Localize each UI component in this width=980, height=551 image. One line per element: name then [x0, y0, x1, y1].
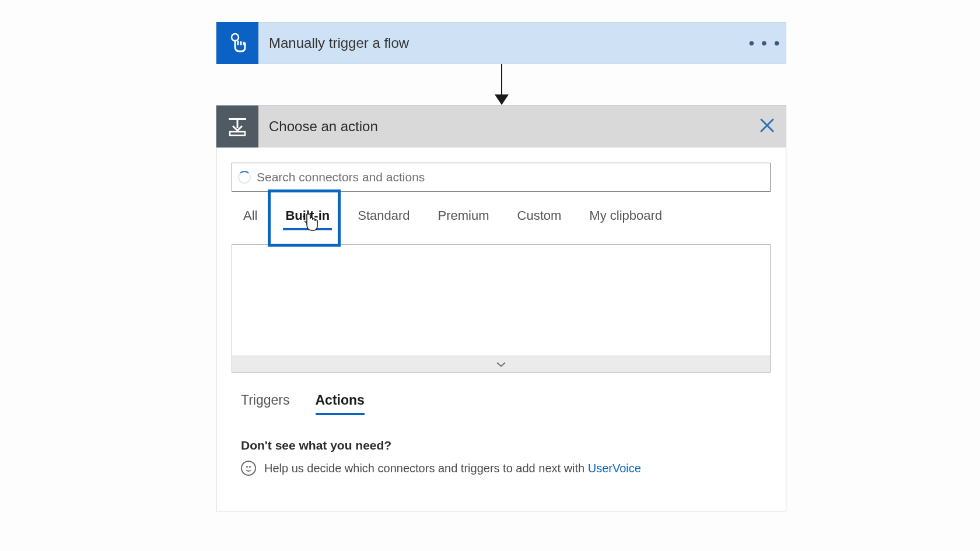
svg-point-0 — [232, 34, 239, 41]
help-title: Don't see what you need? — [241, 438, 761, 452]
close-button[interactable] — [748, 118, 786, 135]
svg-rect-2 — [230, 132, 245, 135]
trigger-title: Manually trigger a flow — [258, 35, 744, 51]
connector-results-area — [232, 244, 771, 356]
tab-my-clipboard[interactable]: My clipboard — [587, 205, 664, 229]
expand-results-button[interactable] — [232, 356, 771, 373]
choose-action-panel: Choose an action Search connectors and a… — [216, 105, 786, 511]
choose-action-icon — [216, 106, 258, 148]
category-tabs: All Built-in Standard Premium Custom My … — [216, 192, 786, 229]
smiley-icon — [241, 461, 256, 476]
search-input[interactable]: Search connectors and actions — [232, 163, 771, 192]
search-placeholder: Search connectors and actions — [257, 170, 425, 184]
trigger-card[interactable]: Manually trigger a flow • • • — [216, 22, 786, 64]
tab-custom[interactable]: Custom — [515, 205, 564, 229]
tab-premium[interactable]: Premium — [436, 205, 492, 229]
tab-actions[interactable]: Actions — [316, 392, 365, 414]
flow-connector-arrow — [500, 64, 503, 105]
help-block: Don't see what you need? Help us decide … — [216, 414, 786, 511]
svg-rect-1 — [229, 118, 246, 120]
manual-trigger-icon — [216, 22, 258, 64]
help-text: Help us decide which connectors and trig… — [264, 462, 588, 475]
tab-built-in[interactable]: Built-in — [283, 205, 332, 229]
panel-title: Choose an action — [258, 118, 748, 135]
uservoice-link[interactable]: UserVoice — [588, 462, 641, 475]
tab-standard[interactable]: Standard — [355, 205, 412, 229]
loading-spinner-icon — [238, 171, 251, 184]
tab-triggers[interactable]: Triggers — [241, 392, 290, 414]
close-icon — [760, 118, 775, 133]
chevron-down-icon — [496, 361, 506, 368]
panel-header: Choose an action — [216, 106, 786, 148]
type-tabs: Triggers Actions — [216, 373, 786, 414]
tab-all[interactable]: All — [241, 205, 260, 229]
trigger-more-menu[interactable]: • • • — [744, 34, 786, 52]
